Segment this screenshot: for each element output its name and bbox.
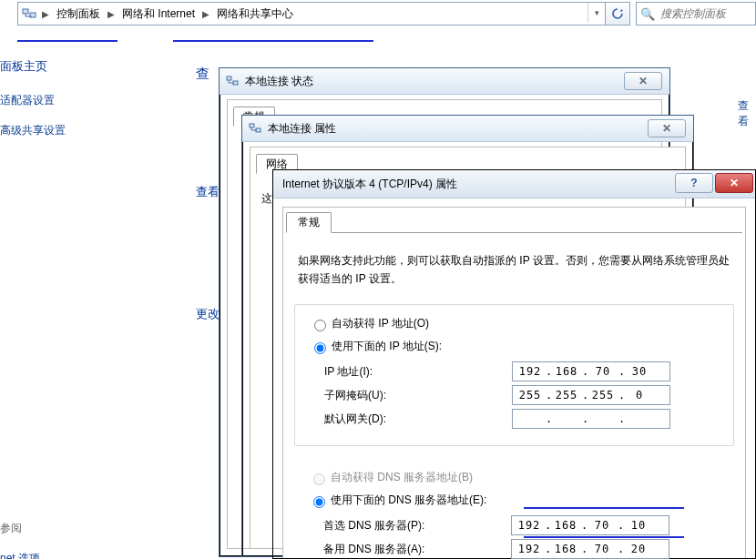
dialog-body: 常规 如果网络支持此功能，则可以获取自动指派的 IP 设置。否则，您需要从网络系… xyxy=(282,207,746,558)
annotation-line xyxy=(524,536,684,538)
close-button[interactable]: ✕ xyxy=(648,119,686,137)
ip-octet[interactable]: 255 xyxy=(587,389,618,401)
field-label: 首选 DNS 服务器(P): xyxy=(323,518,511,534)
ip-octet[interactable]: 70 xyxy=(587,365,618,378)
search-icon: 🔍 xyxy=(640,6,655,21)
annotation-line xyxy=(173,40,373,42)
row-dns-secondary: 备用 DNS 服务器(A): 192. 168. 70. 20 xyxy=(323,539,725,559)
close-button[interactable]: ✕ xyxy=(624,72,662,90)
ip-octet[interactable]: 192 xyxy=(515,365,546,378)
help-button[interactable]: ? xyxy=(675,173,713,193)
close-button[interactable]: ✕ xyxy=(715,173,753,193)
breadcrumb-dropdown[interactable]: ▾ xyxy=(587,3,605,23)
breadcrumb-sharing-center[interactable]: 网络和共享中心 xyxy=(211,4,299,24)
default-gateway-input[interactable]: . . . xyxy=(512,409,670,429)
see-also-label: 参阅 xyxy=(0,521,182,536)
dns-secondary-input[interactable]: 192. 168. 70. 20 xyxy=(511,539,669,559)
svg-rect-0 xyxy=(23,9,28,14)
tab-divider xyxy=(286,232,742,233)
right-link[interactable]: 查看 xyxy=(738,98,756,129)
subnet-mask-input[interactable]: 255. 255. 255. 0 xyxy=(512,385,670,405)
ip-octet[interactable]: 20 xyxy=(623,543,654,555)
dns-group: 自动获得 DNS 服务器地址(B) 使用下面的 DNS 服务器地址(E): 首选… xyxy=(294,459,734,559)
tab-strip: 常规 xyxy=(286,210,745,233)
link-advanced-sharing[interactable]: 高级共享设置 xyxy=(0,123,182,138)
dns-primary-input[interactable]: 192. 168. 70. 10 xyxy=(511,515,669,535)
main-heading: 查 xyxy=(196,66,209,83)
left-panel: 面板主页 适配器设置 高级共享设置 参阅 net 选项 xyxy=(0,27,182,559)
ip-octet[interactable]: 168 xyxy=(551,365,582,378)
dialog-ipv4-properties: Internet 协议版本 4 (TCP/IPv4) 属性 ? ✕ 常规 如果网… xyxy=(272,169,756,559)
breadcrumb-bar[interactable]: ▶ 控制面板 ▶ 网络和 Internet ▶ 网络和共享中心 ▾ xyxy=(17,2,606,25)
breadcrumb-network-internet[interactable]: 网络和 Internet xyxy=(117,4,200,24)
radio-label: 使用下面的 DNS 服务器地址(E): xyxy=(331,493,486,508)
search-input[interactable] xyxy=(659,6,755,21)
radio-auto-dns: 自动获得 DNS 服务器地址(B) xyxy=(309,470,725,485)
chevron-right-icon: ▶ xyxy=(40,9,51,19)
ip-octet[interactable]: 168 xyxy=(550,519,581,532)
field-label: IP 地址(I): xyxy=(324,364,512,380)
main-link-change: 更改 xyxy=(196,306,220,322)
ip-octet[interactable]: 30 xyxy=(624,365,655,378)
dialog-title: 本地连接 属性 xyxy=(268,121,336,137)
search-box[interactable]: 🔍 xyxy=(636,2,756,25)
main-link-view: 查看 xyxy=(196,184,220,200)
network-icon xyxy=(248,121,262,136)
ip-octet[interactable]: 70 xyxy=(587,543,618,555)
radio-use-dns-input[interactable] xyxy=(313,496,325,508)
chevron-right-icon: ▶ xyxy=(106,9,117,19)
row-default-gateway: 默认网关(D): . . . xyxy=(324,409,724,429)
description-text: 如果网络支持此功能，则可以获取自动指派的 IP 设置。否则，您需要从网络系统管理… xyxy=(298,251,730,288)
radio-label: 使用下面的 IP 地址(S): xyxy=(332,339,442,354)
chevron-right-icon: ▶ xyxy=(200,9,211,19)
link-adapter-settings[interactable]: 适配器设置 xyxy=(0,93,182,108)
radio-label: 自动获得 DNS 服务器地址(B) xyxy=(331,470,473,485)
ip-address-input[interactable]: 192. 168. 70. 30 xyxy=(512,361,670,381)
svg-rect-4 xyxy=(250,124,254,127)
radio-use-ip[interactable]: 使用下面的 IP 地址(S): xyxy=(310,339,724,354)
window-root: { "breadcrumb": {"seg1":"控制面板","seg2":"网… xyxy=(0,0,756,559)
link-net-options[interactable]: net 选项 xyxy=(0,551,182,559)
body-text: 这 xyxy=(261,191,272,207)
annotation-line xyxy=(524,507,684,509)
ip-octet[interactable]: 168 xyxy=(550,543,581,555)
panel-heading: 面板主页 xyxy=(0,58,182,75)
address-row: ▶ 控制面板 ▶ 网络和 Internet ▶ 网络和共享中心 ▾ 🔍 xyxy=(0,2,756,25)
row-subnet-mask: 子网掩码(U): 255. 255. 255. 0 xyxy=(324,385,724,405)
svg-rect-2 xyxy=(227,76,231,80)
network-icon xyxy=(225,74,240,88)
ip-octet[interactable]: 192 xyxy=(514,543,545,555)
ip-octet[interactable]: 255 xyxy=(515,389,546,401)
field-label: 备用 DNS 服务器(A): xyxy=(323,542,511,557)
dialog-titlebar[interactable]: 本地连接 状态 ✕ xyxy=(220,68,669,95)
ip-octet[interactable]: 10 xyxy=(623,519,654,532)
radio-label: 自动获得 IP 地址(O) xyxy=(332,316,429,331)
field-label: 默认网关(D): xyxy=(324,412,512,427)
refresh-button[interactable] xyxy=(605,2,630,25)
dialog-title: Internet 协议版本 4 (TCP/IPv4) 属性 xyxy=(282,177,457,192)
dialog-titlebar[interactable]: 本地连接 属性 ✕ xyxy=(242,116,693,142)
ip-octet[interactable]: 192 xyxy=(514,519,545,532)
ip-octet[interactable]: 255 xyxy=(551,389,582,401)
row-dns-primary: 首选 DNS 服务器(P): 192. 168. 70. 10 xyxy=(323,515,725,535)
radio-auto-ip[interactable]: 自动获得 IP 地址(O) xyxy=(310,316,724,331)
breadcrumb-control-panel[interactable]: 控制面板 xyxy=(51,4,106,24)
ip-octet[interactable]: 0 xyxy=(624,389,655,401)
network-icon xyxy=(22,6,36,21)
dialog-title: 本地连接 状态 xyxy=(245,74,313,89)
radio-use-ip-input[interactable] xyxy=(314,342,326,354)
ip-group: 自动获得 IP 地址(O) 使用下面的 IP 地址(S): IP 地址(I): … xyxy=(294,304,734,446)
radio-use-dns[interactable]: 使用下面的 DNS 服务器地址(E): xyxy=(309,493,725,508)
tab-general[interactable]: 常规 xyxy=(286,212,332,233)
field-label: 子网掩码(U): xyxy=(324,388,512,403)
radio-auto-dns-input xyxy=(313,473,325,485)
dialog-titlebar[interactable]: Internet 协议版本 4 (TCP/IPv4) 属性 ? ✕ xyxy=(273,170,755,198)
radio-auto-ip-input[interactable] xyxy=(314,320,326,331)
ip-octet[interactable]: 70 xyxy=(587,519,618,532)
row-ip-address: IP 地址(I): 192. 168. 70. 30 xyxy=(324,361,724,381)
